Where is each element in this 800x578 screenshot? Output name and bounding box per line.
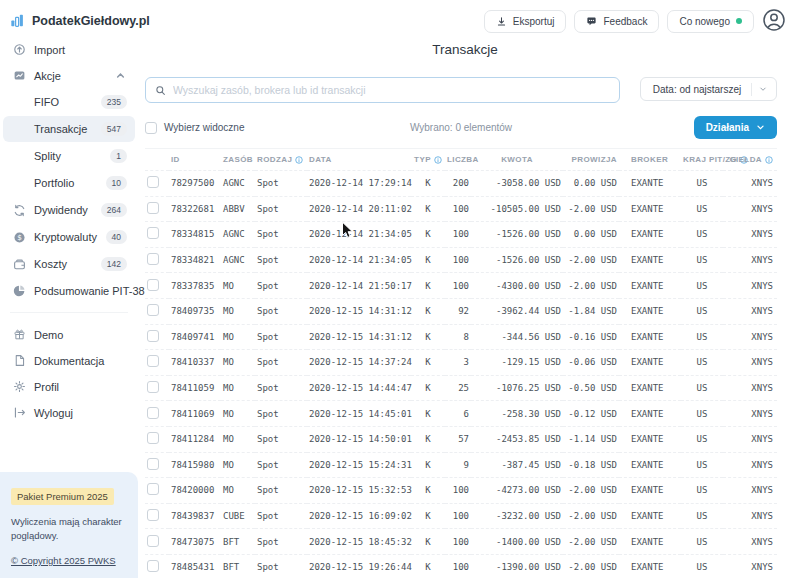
header-checkbox-spacer (145, 149, 169, 171)
cell-id: 78297500 (169, 171, 221, 197)
column-header-rodzaj: RODZAJ (255, 149, 307, 171)
row-checkbox[interactable] (147, 253, 159, 265)
cell-typ: K (411, 529, 445, 555)
sidebar-item-dywidendy[interactable]: Dywidendy264 (3, 197, 135, 223)
actions-button[interactable]: Działania (694, 116, 777, 139)
table-row: 78334815AGNCSpot2020-12-14 21:34:05K100-… (145, 222, 777, 248)
disclaimer-note: Wyliczenia mają charakter poglądowy. (11, 515, 127, 544)
cell-gielda: XNYS (723, 401, 777, 427)
cell-broker: EXANTE (619, 171, 681, 197)
search-input[interactable] (173, 84, 610, 96)
cell-id: 78485431 (169, 554, 221, 578)
topbar: PodatekGiełdowy.pl EksportujFeedbackCo n… (0, 0, 800, 36)
cell-kwota: -1076.25 USD (471, 375, 563, 401)
sidebar-divider (10, 312, 128, 313)
row-checkbox[interactable] (147, 458, 159, 470)
cell-data: 2020-12-14 21:34:05 (307, 222, 411, 248)
cell-prowizja: -2.00 USD (563, 554, 619, 578)
column-label: PROWIZJA (572, 155, 617, 164)
cell-kraj: US (681, 426, 723, 452)
cell-rodzaj: Spot (255, 298, 307, 324)
row-checkbox[interactable] (147, 432, 159, 444)
table-row: 78411284MOSpot2020-12-15 14:50:01K57-245… (145, 426, 777, 452)
count-badge: 1 (110, 149, 127, 163)
cell-kwota: -1400.00 USD (471, 529, 563, 555)
cell-zasob: BFT (221, 529, 255, 555)
cell-kraj: US (681, 350, 723, 376)
info-icon[interactable] (295, 156, 303, 164)
cell-liczba: 57 (445, 426, 471, 452)
row-checkbox[interactable] (147, 483, 159, 495)
cell-prowizja: -2.00 USD (563, 503, 619, 529)
sidebar-item-portfolio[interactable]: Portfolio10 (3, 170, 135, 196)
selected-count: Wybrano: 0 elementów (410, 122, 512, 133)
row-checkbox[interactable] (147, 279, 159, 291)
row-checkbox[interactable] (147, 330, 159, 342)
row-checkbox[interactable] (147, 560, 159, 572)
cell-prowizja: -2.00 USD (563, 273, 619, 299)
cell-rodzaj: Spot (255, 222, 307, 248)
chat-bubble-icon (586, 16, 597, 27)
row-checkbox[interactable] (147, 176, 159, 188)
cell-typ: K (411, 554, 445, 578)
row-checkbox[interactable] (147, 355, 159, 367)
cell-data: 2020-12-15 15:32:53 (307, 478, 411, 504)
user-avatar-button[interactable] (762, 8, 786, 35)
count-badge: 264 (101, 203, 127, 217)
row-checkbox[interactable] (147, 407, 159, 419)
sidebar-item-profil[interactable]: Profil (3, 374, 135, 399)
row-checkbox[interactable] (147, 202, 159, 214)
sidebar-item-podsumowanie-pit-38[interactable]: Podsumowanie PIT-38 (3, 278, 135, 303)
cell-typ: K (411, 196, 445, 222)
cell-zasob: CUBE (221, 503, 255, 529)
sidebar-item-akcje[interactable]: Akcje (3, 63, 135, 88)
table-row: 78415980MOSpot2020-12-15 15:24:31K9-387.… (145, 452, 777, 478)
column-label: DATA (309, 155, 332, 164)
sidebar-item-dokumentacja[interactable]: Dokumentacja (3, 348, 135, 373)
cell-rodzaj: Spot (255, 452, 307, 478)
sidebar-item-koszty[interactable]: Koszty142 (3, 251, 135, 277)
cell-gielda: XNYS (723, 196, 777, 222)
sidebar-item-import[interactable]: Import (3, 37, 135, 62)
cell-id: 78411069 (169, 401, 221, 427)
export-button[interactable]: Eksportuj (484, 10, 567, 33)
row-checkbox[interactable] (147, 227, 159, 239)
cell-rodzaj: Spot (255, 503, 307, 529)
row-checkbox[interactable] (147, 535, 159, 547)
cell-gielda: XNYS (723, 554, 777, 578)
row-checkbox[interactable] (147, 381, 159, 393)
feedback-button[interactable]: Feedback (574, 10, 659, 33)
dropdown-divider (751, 83, 752, 96)
info-icon[interactable] (765, 156, 773, 164)
cell-data: 2020-12-15 19:26:44 (307, 554, 411, 578)
cell-gielda: XNYS (723, 324, 777, 350)
whats-new-button[interactable]: Co nowego (667, 10, 754, 33)
cell-id: 78420000 (169, 478, 221, 504)
cell-kwota: -4300.00 USD (471, 273, 563, 299)
sidebar-item-label: Dywidendy (34, 204, 93, 216)
transactions-table: IDZASÓBRODZAJDATATYPLICZBAKWOTAPROWIZJAB… (145, 148, 777, 578)
row-checkbox[interactable] (147, 304, 159, 316)
cell-liczba: 100 (445, 247, 471, 273)
sort-dropdown[interactable]: Data: od najstarszej (640, 77, 777, 101)
count-badge: 142 (101, 257, 127, 271)
sidebar-item-demo[interactable]: Demo (3, 322, 135, 347)
sidebar-item-wyloguj[interactable]: Wyloguj (3, 400, 135, 425)
sidebar-item-fifo[interactable]: FIFO235 (3, 89, 135, 115)
cell-kwota: -10505.00 USD (471, 196, 563, 222)
sidebar-item-kryptowaluty[interactable]: $Kryptowaluty40 (3, 224, 135, 250)
select-visible-checkbox[interactable] (145, 122, 157, 134)
row-checkbox[interactable] (147, 509, 159, 521)
cell-data: 2020-12-14 17:29:14 (307, 171, 411, 197)
cell-liczba: 100 (445, 273, 471, 299)
info-icon[interactable] (434, 156, 442, 164)
copyright-link[interactable]: © Copyright 2025 PWKS (11, 555, 116, 566)
sidebar-item-splity[interactable]: Splity1 (3, 143, 135, 169)
column-header-zasob: ZASÓB (221, 149, 255, 171)
sidebar-item-transakcje[interactable]: Transakcje547 (3, 116, 135, 142)
cell-rodzaj: Spot (255, 554, 307, 578)
cell-broker: EXANTE (619, 452, 681, 478)
cell-zasob: MO (221, 478, 255, 504)
cell-typ: K (411, 426, 445, 452)
cell-rodzaj: Spot (255, 529, 307, 555)
